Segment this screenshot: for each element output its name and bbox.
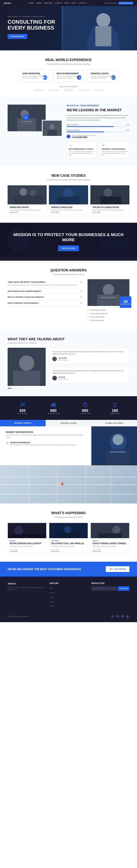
mission-register-button[interactable]: REGISTER NOW: [58, 245, 79, 251]
faq-right: 30 Years of Experience Consulting for al…: [88, 279, 129, 322]
tab-content: HIGHEST SUCCESS RATES Lorem ipsum dolor …: [0, 426, 137, 465]
social-linkedin[interactable]: in: [121, 615, 125, 618]
navbar-register-button[interactable]: REGISTER NOW: [118, 2, 133, 5]
case-studies-title: NEW CASE STUDIES: [8, 174, 129, 178]
author-name-1: John Smith: [58, 357, 68, 359]
happening-text-2: Lorem ipsum dolor sit amet consectetur.: [51, 546, 86, 547]
footer-newsletter-title: NEWSLETTER: [91, 582, 129, 584]
progress2-bar: [66, 131, 129, 132]
case-card-3-link[interactable]: READ MORE: [92, 212, 127, 213]
nav-shop[interactable]: SHOP: [64, 2, 70, 4]
nav-dot-1[interactable]: [8, 388, 11, 389]
happening-title-3: QUALITY MODELS OBJECT ENABLE: [93, 542, 127, 545]
experience-subtitle: The best business consulting firm specia…: [8, 63, 129, 65]
hero-person-image: [62, 6, 137, 51]
nav-contact[interactable]: CONTACT: [79, 2, 87, 4]
case-card-2-link[interactable]: READ MORE: [51, 212, 86, 213]
nav-pages[interactable]: PAGES: [36, 2, 42, 4]
footer-link-team[interactable]: Team: [49, 601, 53, 602]
exp-card-wealth-icon: 💼: [77, 75, 82, 80]
stat-consulting-number: 880: [47, 408, 60, 413]
case-card-2-title: FINANCE CONSULTING: [51, 206, 86, 209]
experience-title: REAL-WORLD EXPERIENCE: [8, 58, 129, 62]
exp-card-audit-icon: 📊: [43, 75, 47, 80]
stat-clients-number: 420: [17, 408, 28, 413]
stat-advisors-number: 990: [79, 408, 91, 413]
experience-section: REAL-WORLD EXPERIENCE The best business …: [0, 51, 137, 97]
tab-global-solutions[interactable]: GLOBAL SOLUTIONS: [91, 420, 137, 426]
faq-question-3[interactable]: WHAT IS THE BEST ADVICE FOR GROWTH? ▼: [8, 296, 82, 298]
feature-professional-title: GET PROFESSIONAL ADVICE: [69, 148, 94, 150]
social-google[interactable]: g: [126, 615, 129, 618]
cta-button[interactable]: GET A KEY PERSON: [106, 566, 129, 572]
happening-link-3[interactable]: READ MORE: [93, 551, 127, 552]
happening-link-2[interactable]: READ MORE: [51, 551, 86, 552]
faq-inner: THINK AHEAD AND BOOST YOUR BUSINESS? ▲ T…: [8, 279, 129, 322]
stat-awards: 160 Awards Won: [110, 402, 120, 414]
hero-image: [62, 6, 137, 51]
nav-services[interactable]: SERVICES: [44, 2, 52, 4]
hero-register-button[interactable]: REGISTER NOW: [8, 34, 27, 39]
faq-answer-1: There are many variations that may have …: [8, 284, 82, 286]
experience-icon: ◆: [6, 442, 9, 445]
footer-logo: advons: [8, 582, 46, 585]
footer-link-contact[interactable]: Contact: [49, 606, 54, 607]
progress1-bar: [66, 126, 129, 127]
nav-clients[interactable]: CLIENTS: [55, 2, 62, 4]
faq-question-4[interactable]: HOW TO IMPROVE YOUR BUSINESS? ▼: [8, 302, 82, 304]
nav-dot-2[interactable]: [12, 388, 16, 389]
testimonial-card-2: This is the most excellent and competiti…: [49, 367, 129, 383]
stat-clients-label: Total Clients: [17, 413, 28, 414]
svg-point-49: [64, 526, 71, 533]
case-card-1-link[interactable]: READ MORE: [10, 212, 45, 213]
service-sub-experience-content: WE BUILD EXPERIENCE We are a program in …: [10, 442, 76, 446]
svg-rect-44: [110, 451, 126, 453]
newsletter-input[interactable]: [91, 586, 117, 591]
testimonials-header: WHAT THEY ARE TALKING ABOUT Trusted by m…: [8, 337, 129, 344]
tab-business-growth[interactable]: BUSINESS GROWTH: [0, 420, 46, 426]
happening-link-1[interactable]: READ MORE: [10, 551, 44, 552]
social-twitter[interactable]: t: [116, 615, 120, 618]
happening-date-2: Nov 16, 2020: [51, 549, 86, 550]
case-card-1-text: Read more about our case study details a…: [10, 209, 45, 211]
happening-text-3: Lorem ipsum dolor sit amet consectetur.: [93, 546, 127, 547]
case-card-3-title: TOP-NOTCH CONSULTATION: [92, 206, 127, 209]
happening-card-3: QUALITY QUALITY MODELS OBJECT ENABLE Lor…: [91, 523, 129, 554]
svg-rect-8: [23, 123, 31, 124]
leading-progress-2: Marketing Strategy 60%: [66, 129, 129, 132]
social-facebook[interactable]: f: [111, 615, 115, 618]
faq-question-2[interactable]: HOW CONSULTANCY EXPERTS MONEY? ▼: [8, 290, 82, 292]
svg-rect-37: [54, 403, 55, 407]
footer-link-projects[interactable]: Projects: [49, 597, 54, 598]
exp-card-financial: FINANCIAL ADVICE There are many variatio…: [88, 70, 118, 82]
svg-point-17: [64, 188, 73, 198]
footer-link-about[interactable]: About: [49, 588, 53, 589]
map-background: [0, 465, 137, 503]
partner-1: ◈ Partner 1: [34, 89, 44, 91]
progress1-label: Business Growth: [66, 124, 78, 126]
progress2-value: 60%: [126, 129, 129, 131]
svg-point-42: [112, 434, 123, 445]
faq-question-1[interactable]: THINK AHEAD AND BOOST YOUR BUSINESS? ▲: [8, 281, 82, 283]
tab-financial-advice[interactable]: FINANCIAL ADVICE: [46, 420, 91, 426]
nav-home[interactable]: HOME: [29, 2, 34, 4]
nav-blog[interactable]: BLOG: [72, 2, 76, 4]
case-studies-subtitle: The best business consulting firm specia…: [8, 179, 129, 181]
services-section: BUSINESS GROWTH FINANCIAL ADVICE GLOBAL …: [0, 420, 137, 465]
cta-title: WE'RE DELIVERING THE BEST CUSTOMER EXPER…: [8, 567, 81, 571]
faq-q3-text: WHAT IS THE BEST ADVICE FOR GROWTH?: [8, 296, 44, 298]
newsletter-subscribe-button[interactable]: SUBSCRIBE: [118, 586, 129, 591]
svg-point-31: [19, 355, 34, 371]
leading-small-image: [42, 120, 61, 135]
progress1-value: 75%: [126, 124, 129, 126]
footer-explore: EXPLORE About Services Projects Team Con…: [49, 582, 88, 608]
svg-point-39: [85, 405, 85, 406]
leading-play-button[interactable]: [23, 114, 29, 120]
svg-point-46: [14, 526, 24, 535]
footer-link-services[interactable]: Services: [49, 592, 55, 594]
nav-dot-3[interactable]: [17, 388, 20, 389]
testimonials-nav: [8, 388, 46, 389]
testimonial-author-1: John Smith CEO, Company: [52, 357, 127, 361]
faq-item-1: THINK AHEAD AND BOOST YOUR BUSINESS? ▲ T…: [8, 279, 82, 288]
stat-awards-label: Awards Won: [110, 413, 120, 414]
